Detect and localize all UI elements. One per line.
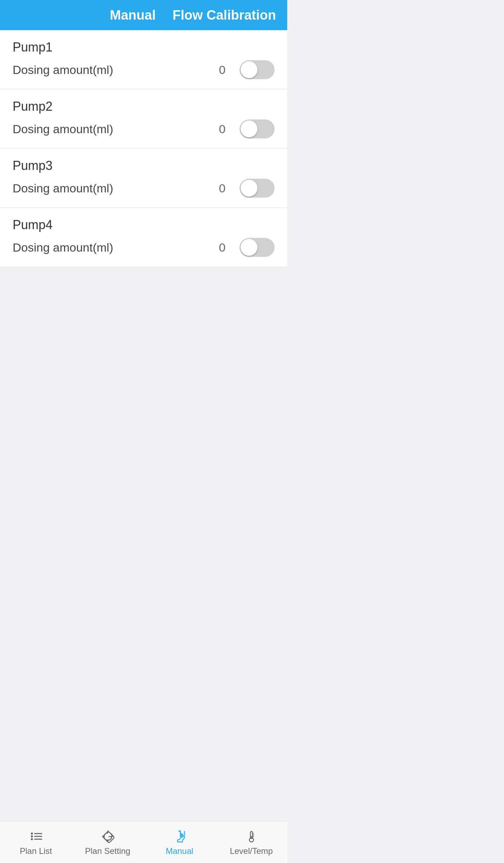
pump4-toggle-thumb xyxy=(241,239,257,256)
tab-manual[interactable]: Manual xyxy=(110,8,156,23)
pump4-row: Dosing amount(ml) 0 xyxy=(13,238,275,267)
nav-label-manual: Manual xyxy=(166,846,193,856)
nav-item-plan-setting[interactable]: Plan Setting xyxy=(72,821,144,863)
pump2-toggle[interactable] xyxy=(240,119,275,138)
nav-item-manual[interactable]: Manual xyxy=(144,821,215,863)
pump1-section: Pump1 Dosing amount(ml) 0 xyxy=(0,30,287,89)
pump4-section: Pump4 Dosing amount(ml) 0 xyxy=(0,208,287,267)
pump2-section: Pump2 Dosing amount(ml) 0 xyxy=(0,89,287,149)
pump4-name: Pump4 xyxy=(13,218,275,232)
nav-label-plan-setting: Plan Setting xyxy=(85,846,130,856)
pump2-dosing-value: 0 xyxy=(219,122,226,136)
pump2-dosing-label: Dosing amount(ml) xyxy=(13,122,219,136)
nav-item-level-temp[interactable]: Level/Temp xyxy=(215,821,287,863)
pump4-dosing-label: Dosing amount(ml) xyxy=(13,241,219,254)
nav-item-plan-list[interactable]: Plan List xyxy=(0,821,72,863)
pump4-toggle-track xyxy=(240,238,275,257)
pump2-toggle-thumb xyxy=(241,121,257,137)
pump1-name: Pump1 xyxy=(13,40,275,55)
plan-list-icon xyxy=(28,829,44,844)
level-temp-icon xyxy=(244,829,259,844)
nav-label-level-temp: Level/Temp xyxy=(230,846,273,856)
empty-space xyxy=(0,267,287,821)
pump4-dosing-value: 0 xyxy=(219,241,226,254)
pump3-dosing-label: Dosing amount(ml) xyxy=(13,181,219,195)
tab-flow-calibration[interactable]: Flow Calibration xyxy=(172,8,276,23)
pump2-toggle-track xyxy=(240,119,275,138)
pump2-row: Dosing amount(ml) 0 xyxy=(13,119,275,148)
pump1-row: Dosing amount(ml) 0 xyxy=(13,60,275,89)
pump3-toggle[interactable] xyxy=(240,179,275,198)
pump4-toggle[interactable] xyxy=(240,238,275,257)
manual-icon xyxy=(172,829,187,844)
bottom-nav: Plan List Plan Setting Manual xyxy=(0,821,287,863)
svg-point-0 xyxy=(31,833,33,835)
pump3-toggle-thumb xyxy=(241,180,257,197)
pump1-toggle-thumb xyxy=(241,61,257,78)
nav-label-plan-list: Plan List xyxy=(20,846,52,856)
pump1-dosing-label: Dosing amount(ml) xyxy=(13,63,219,77)
pump3-dosing-value: 0 xyxy=(219,181,226,195)
pump1-toggle[interactable] xyxy=(240,60,275,79)
pump3-section: Pump3 Dosing amount(ml) 0 xyxy=(0,149,287,208)
pump1-dosing-value: 0 xyxy=(219,63,226,77)
pump2-name: Pump2 xyxy=(13,99,275,114)
header: Manual Flow Calibration xyxy=(0,0,287,30)
pump3-toggle-track xyxy=(240,179,275,198)
pump3-name: Pump3 xyxy=(13,158,275,173)
plan-setting-icon xyxy=(100,829,116,844)
svg-point-2 xyxy=(31,838,33,840)
pump3-row: Dosing amount(ml) 0 xyxy=(13,179,275,207)
pump1-toggle-track xyxy=(240,60,275,79)
svg-point-1 xyxy=(31,835,33,837)
content-area: Pump1 Dosing amount(ml) 0 Pump2 Dosing a… xyxy=(0,30,287,821)
